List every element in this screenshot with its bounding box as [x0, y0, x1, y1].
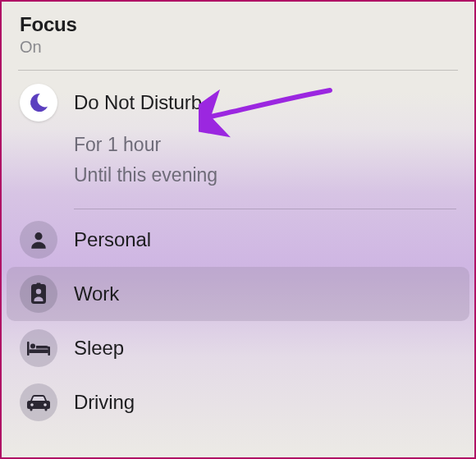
svg-point-0 — [34, 232, 42, 240]
mode-label: Sleep — [74, 337, 124, 360]
moon-icon — [20, 84, 57, 122]
focus-mode-list: Do Not Disturb For 1 hour Until this eve… — [2, 71, 474, 429]
mode-label: Personal — [74, 228, 151, 251]
person-icon — [20, 221, 57, 259]
mode-row-work[interactable]: Work — [7, 267, 469, 321]
mode-row-personal[interactable]: Personal — [2, 213, 474, 267]
svg-point-3 — [36, 289, 41, 294]
dnd-option-for-1-hour[interactable]: For 1 hour — [74, 130, 455, 160]
svg-rect-6 — [29, 350, 48, 354]
dnd-option-until-evening[interactable]: Until this evening — [74, 160, 455, 190]
panel-title: Focus — [20, 13, 456, 36]
dnd-sub-options: For 1 hour Until this evening — [2, 130, 474, 200]
mode-label: Driving — [74, 391, 135, 414]
svg-point-9 — [43, 403, 47, 406]
dnd-sub-divider — [74, 209, 456, 209]
svg-point-8 — [30, 403, 34, 406]
panel-status: On — [20, 38, 456, 57]
bed-icon — [20, 329, 57, 367]
focus-panel: Focus On Do Not Disturb For 1 hour Until… — [0, 0, 476, 459]
mode-label: Work — [74, 282, 119, 305]
id-badge-icon — [20, 275, 57, 313]
svg-point-7 — [30, 344, 35, 349]
panel-header: Focus On — [2, 2, 474, 65]
mode-row-do-not-disturb[interactable]: Do Not Disturb — [2, 76, 474, 130]
svg-rect-2 — [37, 283, 41, 287]
mode-row-sleep[interactable]: Sleep — [2, 321, 474, 375]
car-icon — [20, 383, 57, 421]
mode-row-driving[interactable]: Driving — [2, 375, 474, 429]
mode-label: Do Not Disturb — [74, 91, 202, 114]
svg-rect-4 — [27, 342, 30, 356]
